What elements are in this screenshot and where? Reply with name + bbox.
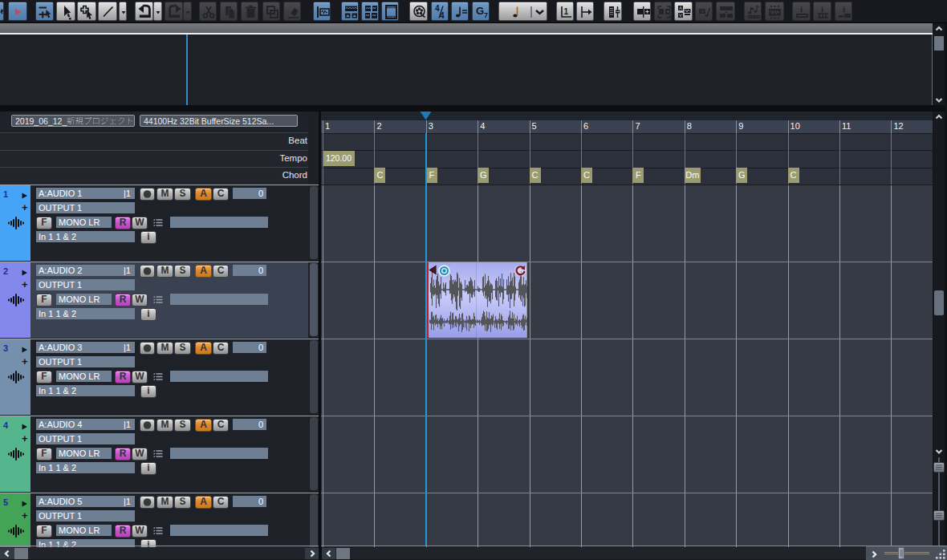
svg-text:A: A — [679, 6, 682, 10]
svg-text:7: 7 — [484, 11, 488, 19]
svg-text:G: G — [476, 5, 484, 17]
svg-text:i: i — [821, 4, 823, 14]
svg-text:i: i — [800, 4, 803, 14]
svg-text:1: 1 — [564, 7, 569, 16]
svg-text:i: i — [843, 4, 845, 14]
svg-text:V: V — [679, 13, 682, 18]
